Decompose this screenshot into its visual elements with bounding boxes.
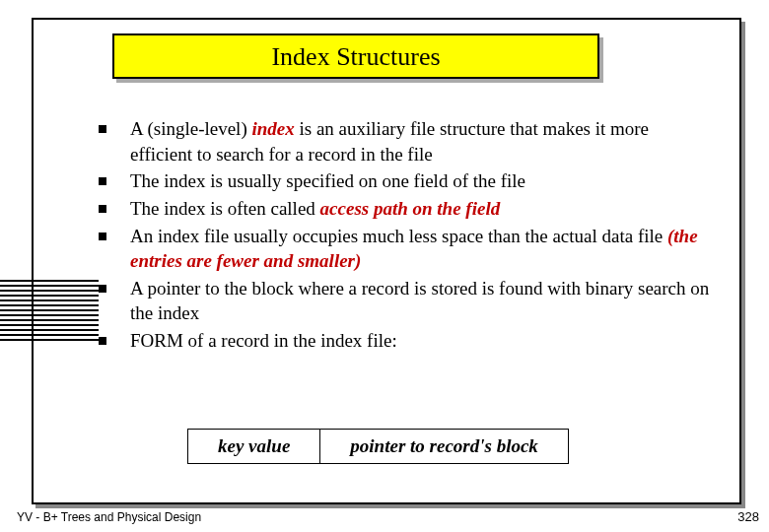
bullet-icon	[99, 337, 106, 345]
bullet-text: An index file usually occupies much less…	[130, 224, 710, 274]
list-item: FORM of a record in the index file:	[99, 328, 710, 354]
bullet-text: The index is often called access path on…	[130, 196, 710, 222]
record-key-cell: key value	[188, 430, 320, 463]
bullet-list: A (single-level) index is an auxiliary f…	[99, 116, 710, 356]
page-number: 328	[737, 509, 759, 524]
bullet-icon	[99, 285, 106, 293]
bullet-icon	[99, 233, 106, 240]
list-item: The index is usually specified on one fi…	[99, 168, 710, 194]
bullet-text: A (single-level) index is an auxiliary f…	[130, 116, 710, 166]
list-item: A pointer to the block where a record is…	[99, 276, 710, 326]
bullet-text: A pointer to the block where a record is…	[130, 276, 710, 326]
bullet-text: The index is usually specified on one fi…	[130, 168, 710, 194]
bullet-icon	[99, 177, 106, 185]
record-format-table: key value pointer to record's block	[187, 429, 569, 464]
bullet-icon	[99, 205, 106, 213]
list-item: An index file usually occupies much less…	[99, 224, 710, 274]
decorative-ruler	[0, 280, 99, 344]
list-item: The index is often called access path on…	[99, 196, 710, 222]
list-item: A (single-level) index is an auxiliary f…	[99, 116, 710, 166]
record-pointer-cell: pointer to record's block	[320, 430, 568, 463]
bullet-icon	[99, 125, 106, 133]
slide-title: Index Structures	[112, 33, 599, 79]
footer-left: YV - B+ Trees and Physical Design	[17, 510, 201, 524]
bullet-text: FORM of a record in the index file:	[130, 328, 710, 354]
